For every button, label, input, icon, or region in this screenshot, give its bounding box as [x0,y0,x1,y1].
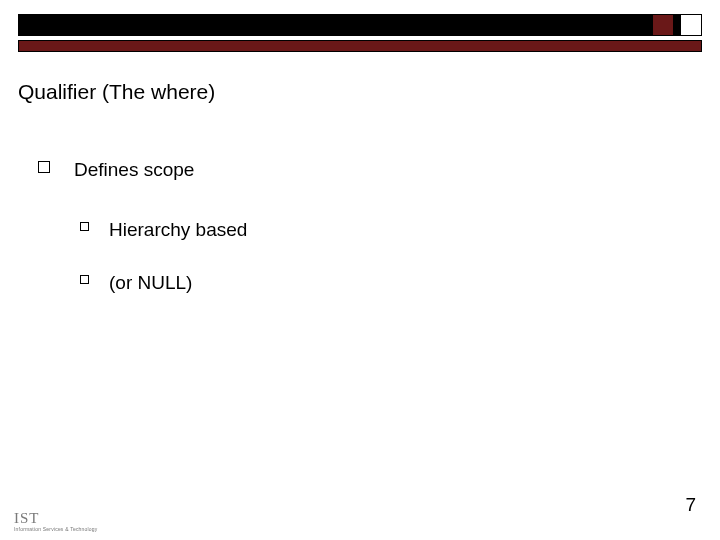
bullet-sub-0: Hierarchy based [80,215,247,245]
banner-chip-white [680,14,702,36]
footer-logo: IST Information Services & Technology [14,512,98,533]
footer-logo-text: IST [14,512,98,526]
bullet-icon [38,161,50,173]
title-banner [18,14,702,54]
bullet-sub-text: Hierarchy based [109,215,247,245]
bullet-main: Defines scope [38,155,247,185]
footer-logo-sub: Information Services & Technology [14,526,98,532]
slide-content: Defines scope Hierarchy based (or NULL) [38,155,247,298]
bullet-icon [80,222,89,231]
bullet-main-text: Defines scope [74,155,194,185]
sub-bullets: Hierarchy based (or NULL) [80,215,247,298]
slide-title: Qualifier (The where) [18,80,215,104]
bullet-icon [80,275,89,284]
page-number: 7 [685,494,696,516]
bullet-sub-text: (or NULL) [109,268,192,298]
banner-bar-maroon [18,40,702,52]
bullet-sub-1: (or NULL) [80,268,247,298]
banner-chip-maroon [652,14,674,36]
banner-bar-dark [18,14,702,36]
